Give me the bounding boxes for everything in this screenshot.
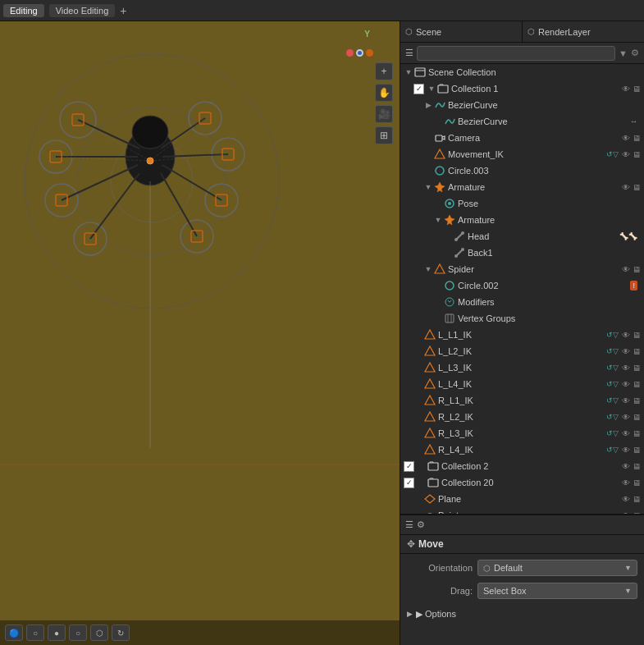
- viewport-screen-icon[interactable]: 🖥: [633, 150, 641, 159]
- tree-item-r_l3_ik[interactable]: R_L3_IK↺▽👁🖥: [400, 425, 644, 441]
- pan-button[interactable]: ✋: [375, 84, 393, 102]
- viewport-screen-icon[interactable]: 🖥: [633, 265, 641, 274]
- visibility-eye-icon[interactable]: 👁: [622, 413, 630, 422]
- orientation-dropdown[interactable]: ⬡ Default ▼: [477, 560, 637, 576]
- outliner-icon: ☰: [405, 48, 413, 58]
- options-icon[interactable]: ⚙: [631, 48, 639, 58]
- filter-icon[interactable]: ▼: [619, 48, 628, 58]
- visibility-eye-icon[interactable]: 👁: [622, 134, 630, 143]
- viewport-screen-icon[interactable]: 🖥: [633, 364, 641, 373]
- tree-item-l_l2_ik[interactable]: L_L2_IK↺▽👁🖥: [400, 343, 644, 359]
- tree-arrow[interactable]: ▶: [423, 101, 433, 109]
- viewport-screen-icon[interactable]: 🖥: [633, 495, 641, 504]
- orientation-label: Orientation: [407, 563, 473, 573]
- props-settings-icon[interactable]: ⚙: [417, 519, 425, 530]
- tree-item-r_l2_ik[interactable]: R_L2_IK↺▽👁🖥: [400, 409, 644, 425]
- visibility-eye-icon[interactable]: 👁: [622, 446, 630, 455]
- tree-item-movement_ik[interactable]: Movement_IK↺▽👁🖥: [400, 146, 644, 162]
- tree-item-back1[interactable]: Back1: [400, 245, 644, 261]
- tree-item-label: R_L1_IK: [438, 396, 606, 405]
- tree-arrow[interactable]: ▼: [423, 265, 433, 273]
- tree-item-vertex_groups[interactable]: Vertex Groups: [400, 310, 644, 327]
- tree-item-label: Modifiers: [458, 297, 641, 307]
- viewport-screen-icon[interactable]: 🖥: [633, 429, 641, 438]
- viewport-screen-icon[interactable]: 🖥: [633, 183, 641, 192]
- tree-item-collection20[interactable]: ✓Collection 20👁🖥: [400, 474, 644, 491]
- camera-button[interactable]: 🎥: [375, 105, 393, 123]
- visibility-eye-icon[interactable]: 👁: [622, 85, 630, 94]
- tree-item-head[interactable]: Head🦴🦴: [400, 228, 644, 245]
- tree-item-point[interactable]: Point👁🖥: [400, 507, 644, 514]
- viewport-screen-icon[interactable]: 🖥: [633, 446, 641, 455]
- scene-tree[interactable]: ▼Scene Collection✓▼Collection 1👁🖥▶Bezier…: [400, 64, 644, 514]
- collection-checkbox[interactable]: ✓: [413, 84, 424, 94]
- visibility-eye-icon[interactable]: 👁: [622, 429, 630, 438]
- tree-item-l_l3_ik[interactable]: L_L3_IK↺▽👁🖥: [400, 359, 644, 376]
- tree-item-scene_collection[interactable]: ▼Scene Collection: [400, 64, 644, 80]
- tree-item-circle002[interactable]: Circle.002!: [400, 277, 644, 294]
- options-row[interactable]: ▶ ▶ Options: [407, 605, 637, 623]
- tree-item-modifiers[interactable]: Modifiers: [400, 294, 644, 310]
- visibility-eye-icon[interactable]: 👁: [622, 495, 630, 504]
- tree-item-circle003[interactable]: Circle.003: [400, 162, 644, 179]
- viewport-screen-icon[interactable]: 🖥: [633, 478, 641, 487]
- add-tab-button[interactable]: +: [120, 4, 126, 17]
- viewport-screen-icon[interactable]: 🖥: [633, 331, 641, 340]
- tree-arrow[interactable]: ▼: [433, 216, 443, 224]
- tree-item-armature_child[interactable]: ▼Armature: [400, 212, 644, 228]
- outliner-search[interactable]: [417, 46, 615, 61]
- viewport-overlay-btn[interactable]: ○: [26, 624, 44, 641]
- viewport-orientation-btn[interactable]: ↻: [112, 624, 130, 641]
- viewport-screen-icon[interactable]: 🖥: [633, 396, 641, 405]
- tree-arrow[interactable]: ▼: [423, 183, 433, 191]
- tree-arrow[interactable]: ▼: [404, 68, 413, 76]
- visibility-eye-icon[interactable]: 👁: [622, 462, 630, 471]
- tree-item-r_l4_ik[interactable]: R_L4_IK↺▽👁🖥: [400, 441, 644, 458]
- props-tab-icon[interactable]: ☰: [405, 519, 413, 530]
- visibility-eye-icon[interactable]: 👁: [622, 265, 630, 274]
- viewport-snap-btn[interactable]: ●: [48, 624, 66, 641]
- tree-item-plane[interactable]: Plane👁🖥: [400, 491, 644, 507]
- tree-item-icon: [423, 411, 436, 423]
- renderlayer-icon: ⬡: [528, 27, 535, 36]
- tree-item-armature_root[interactable]: ▼Armature👁🖥: [400, 179, 644, 195]
- grid-button[interactable]: ⊞: [375, 126, 393, 144]
- viewport-screen-icon[interactable]: 🖥: [633, 462, 641, 471]
- viewport-transform-btn[interactable]: ⬡: [90, 624, 108, 641]
- tree-item-l_l4_ik[interactable]: L_L4_IK↺▽👁🖥: [400, 376, 644, 392]
- tree-item-collection1[interactable]: ✓▼Collection 1👁🖥: [400, 80, 644, 97]
- tab-video-editing[interactable]: Video Editing: [49, 4, 116, 17]
- collection-checkbox[interactable]: ✓: [404, 461, 414, 472]
- drag-dropdown[interactable]: Select Box ▼: [477, 583, 637, 599]
- visibility-eye-icon[interactable]: 👁: [622, 478, 630, 487]
- tree-item-l_l1_ik[interactable]: L_L1_IK↺▽👁🖥: [400, 327, 644, 343]
- visibility-eye-icon[interactable]: 👁: [622, 396, 630, 405]
- viewport-screen-icon[interactable]: 🖥: [633, 134, 641, 143]
- viewport-screen-icon[interactable]: 🖥: [633, 347, 641, 356]
- tree-item-beziercurve_root[interactable]: ▶BezierCurve: [400, 97, 644, 113]
- viewport-screen-icon[interactable]: 🖥: [633, 380, 641, 389]
- visibility-eye-icon[interactable]: 👁: [622, 331, 630, 340]
- viewport-3d[interactable]: Y: [0, 21, 400, 645]
- tree-item-r_l1_ik[interactable]: R_L1_IK↺▽👁🖥: [400, 392, 644, 409]
- viewport-screen-icon[interactable]: 🖥: [633, 85, 641, 94]
- tree-arrow[interactable]: ▼: [427, 85, 436, 93]
- tree-item-spider[interactable]: ▼Spider👁🖥: [400, 261, 644, 277]
- visibility-eye-icon[interactable]: 👁: [622, 183, 630, 192]
- tree-item-collection2[interactable]: ✓Collection 2👁🖥: [400, 458, 644, 474]
- tree-item-pose[interactable]: Pose: [400, 195, 644, 212]
- collection-checkbox[interactable]: ✓: [404, 478, 414, 488]
- dot-x: [346, 49, 354, 57]
- tree-item-camera[interactable]: Camera👁🖥: [400, 130, 644, 146]
- viewport-screen-icon[interactable]: 🖥: [633, 413, 641, 422]
- zoom-in-button[interactable]: +: [375, 62, 393, 80]
- viewport-shading-btn[interactable]: 🔵: [5, 624, 23, 641]
- visibility-eye-icon[interactable]: 👁: [622, 347, 630, 356]
- svg-marker-62: [425, 396, 435, 405]
- viewport-proportional-btn[interactable]: ○: [69, 624, 87, 641]
- tree-item-beziercurve_child[interactable]: BezierCurve↔: [400, 113, 644, 130]
- visibility-eye-icon[interactable]: 👁: [622, 380, 630, 389]
- visibility-eye-icon[interactable]: 👁: [622, 150, 630, 159]
- tab-editing[interactable]: Editing: [3, 4, 44, 17]
- visibility-eye-icon[interactable]: 👁: [622, 364, 630, 373]
